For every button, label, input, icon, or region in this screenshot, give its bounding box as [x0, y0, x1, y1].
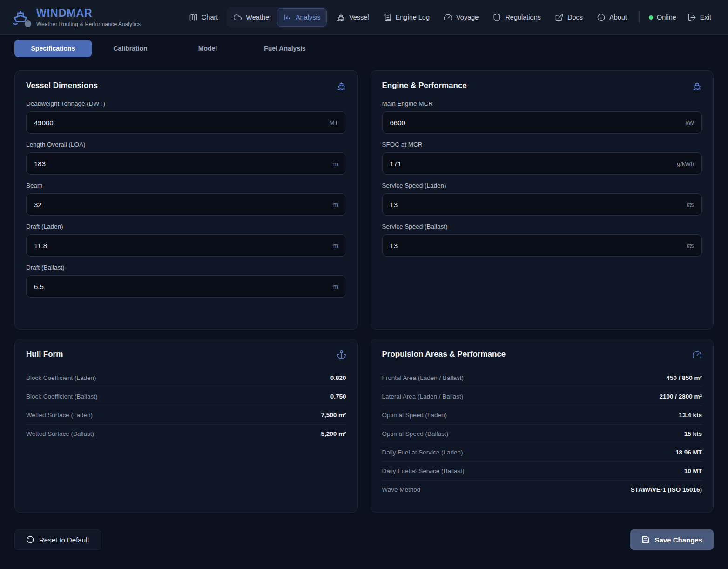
tab-fuel-analysis[interactable]: Fuel Analysis: [246, 40, 324, 57]
beam-input[interactable]: [34, 201, 333, 209]
sfoc-input[interactable]: [390, 160, 677, 168]
draft-laden-field: Draft (Laden) m: [26, 223, 346, 257]
nav-label-regulations: Regulations: [505, 14, 541, 21]
nav-label-vessel: Vessel: [349, 14, 369, 21]
optimal-speed-ballast-row: Optimal Speed (Ballast) 15 kts: [382, 425, 702, 443]
row-label: Optimal Speed (Ballast): [382, 430, 449, 437]
exit-label: Exit: [700, 14, 711, 21]
nav-item-voyage[interactable]: Voyage: [438, 9, 484, 26]
service-speed-ballast-field: Service Speed (Ballast) kts: [382, 223, 702, 257]
row-value: 15 kts: [684, 430, 702, 437]
nav-item-weather[interactable]: Weather: [228, 9, 277, 26]
row-label: Daily Fuel at Service (Ballast): [382, 467, 465, 474]
online-status-dot: [649, 15, 653, 20]
mcr-label: Main Engine MCR: [382, 100, 702, 107]
row-label: Block Coefficient (Ballast): [26, 393, 98, 400]
nav-label-docs: Docs: [567, 14, 583, 21]
bar-chart-icon: [283, 13, 292, 22]
windmar-logo-ship-icon: [11, 8, 30, 27]
dwt-label: Deadweight Tonnage (DWT): [26, 100, 346, 107]
nav-label-analysis: Analysis: [296, 14, 321, 21]
logo-status-dot: [25, 20, 31, 27]
nav-label-chart: Chart: [202, 14, 218, 21]
app-subtitle: Weather Routing & Performance Analytics: [36, 21, 141, 27]
nav-item-chart[interactable]: Chart: [183, 9, 223, 26]
beam-label: Beam: [26, 182, 346, 189]
row-value: 0.750: [330, 393, 346, 400]
nav-item-vessel[interactable]: Vessel: [331, 9, 375, 26]
shield-icon: [492, 13, 501, 22]
nav-item-docs[interactable]: Docs: [549, 9, 588, 26]
mcr-input[interactable]: [390, 119, 686, 127]
vessel-dimensions-card: Vessel Dimensions Deadweight Tonnage (DW…: [14, 70, 358, 330]
draft-laden-label: Draft (Laden): [26, 223, 346, 230]
loa-unit: m: [333, 160, 338, 167]
save-changes-button[interactable]: Save Changes: [630, 529, 714, 550]
block-coefficient-laden-row: Block Coefficient (Laden) 0.820: [26, 369, 346, 387]
nav-item-engine-log[interactable]: Engine Log: [377, 9, 435, 26]
ship-icon: [337, 81, 346, 91]
weather-analysis-group: Weather Analysis: [226, 7, 328, 28]
exit-button[interactable]: Exit: [682, 9, 717, 26]
row-value: 0.820: [330, 374, 346, 381]
reset-label: Reset to Default: [39, 536, 89, 544]
service-speed-ballast-label: Service Speed (Ballast): [382, 223, 702, 230]
nav-item-analysis[interactable]: Analysis: [277, 8, 327, 27]
draft-laden-unit: m: [333, 242, 338, 249]
service-speed-laden-field: Service Speed (Laden) kts: [382, 182, 702, 216]
service-speed-laden-unit: kts: [686, 201, 694, 208]
tab-model[interactable]: Model: [169, 40, 246, 57]
section-tabs: Specifications Calibration Model Fuel An…: [14, 40, 714, 57]
map-icon: [189, 13, 198, 22]
app-title: WINDMAR: [36, 7, 141, 20]
row-value: 13.4 kts: [679, 412, 702, 419]
row-value: 7,500 m²: [321, 412, 346, 419]
mcr-unit: kW: [685, 119, 694, 126]
row-value: 5,200 m²: [321, 430, 346, 437]
reset-to-default-button[interactable]: Reset to Default: [14, 529, 101, 550]
row-value: 18.96 MT: [675, 449, 702, 456]
row-label: Daily Fuel at Service (Laden): [382, 449, 463, 456]
row-value: 10 MT: [684, 467, 702, 474]
ship-icon: [692, 81, 702, 91]
daily-fuel-ballast-row: Daily Fuel at Service (Ballast) 10 MT: [382, 462, 702, 481]
online-status: Online: [646, 14, 679, 21]
loa-field: Length Overall (LOA) m: [26, 141, 346, 175]
ship-icon: [337, 13, 345, 22]
nav-label-about: About: [609, 14, 627, 21]
tab-specifications[interactable]: Specifications: [14, 40, 92, 57]
hull-form-title: Hull Form: [26, 350, 63, 359]
row-value: 2100 / 2800 m²: [659, 393, 702, 400]
nav-item-about[interactable]: About: [591, 9, 633, 26]
dwt-input[interactable]: [34, 119, 330, 127]
logout-icon: [688, 13, 696, 22]
vessel-dimensions-title: Vessel Dimensions: [26, 81, 98, 90]
loa-label: Length Overall (LOA): [26, 141, 346, 148]
hull-form-card: Hull Form Block Coefficient (Laden) 0.82…: [14, 339, 358, 513]
row-label: Block Coefficient (Laden): [26, 374, 96, 381]
block-coefficient-ballast-row: Block Coefficient (Ballast) 0.750: [26, 387, 346, 406]
service-speed-ballast-input[interactable]: [390, 242, 687, 250]
beam-field: Beam m: [26, 182, 346, 216]
sfoc-field: SFOC at MCR g/kWh: [382, 141, 702, 175]
lateral-area-row: Lateral Area (Laden / Ballast) 2100 / 28…: [382, 387, 702, 406]
cards-grid: Vessel Dimensions Deadweight Tonnage (DW…: [0, 70, 728, 513]
engine-performance-title: Engine & Performance: [382, 81, 467, 90]
row-value: STAWAVE-1 (ISO 15016): [631, 486, 702, 493]
draft-laden-input[interactable]: [34, 242, 333, 250]
wetted-surface-ballast-row: Wetted Surface (Ballast) 5,200 m²: [26, 425, 346, 443]
nav-label-voyage: Voyage: [456, 14, 479, 21]
service-speed-laden-input[interactable]: [390, 201, 687, 209]
tab-calibration[interactable]: Calibration: [92, 40, 169, 57]
mcr-field: Main Engine MCR kW: [382, 100, 702, 134]
row-label: Wetted Surface (Ballast): [26, 430, 94, 437]
nav-label-weather: Weather: [246, 14, 271, 21]
footer-actions: Reset to Default Save Changes: [14, 529, 714, 550]
save-label: Save Changes: [654, 536, 702, 544]
loa-input[interactable]: [34, 160, 333, 168]
scroll-icon: [383, 13, 392, 22]
frontal-area-row: Frontal Area (Laden / Ballast) 450 / 850…: [382, 369, 702, 387]
draft-ballast-input[interactable]: [34, 283, 333, 291]
nav-item-regulations[interactable]: Regulations: [487, 9, 546, 26]
service-speed-ballast-unit: kts: [686, 242, 694, 249]
